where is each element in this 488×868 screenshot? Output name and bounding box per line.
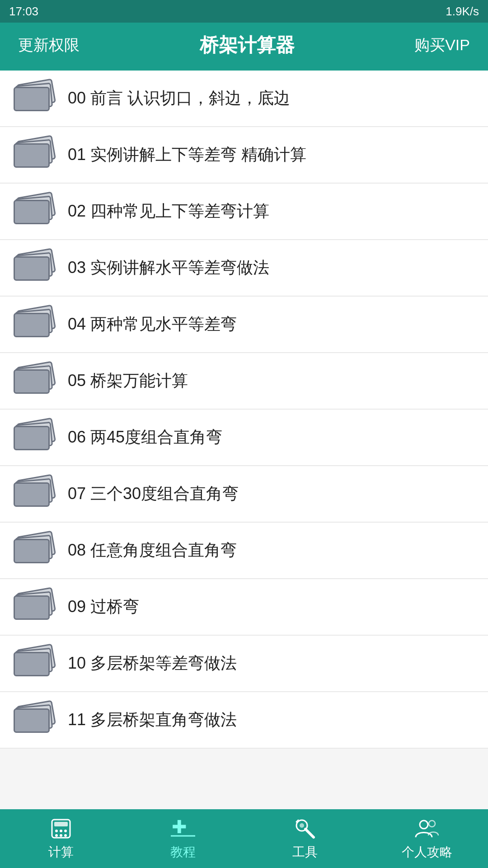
svg-line-12 <box>305 829 314 837</box>
item-text-7: 07 三个30度组合直角弯 <box>68 482 474 505</box>
status-bar: 17:03 1.9K/s <box>0 0 488 23</box>
list-item[interactable]: 09 过桥弯 <box>0 579 488 636</box>
list-item[interactable]: 06 两45度组合直角弯 <box>0 410 488 466</box>
app-title: 桥架计算器 <box>200 33 295 58</box>
list-item[interactable]: 03 实例讲解水平等差弯做法 <box>0 240 488 297</box>
list-item[interactable]: 08 任意角度组合直角弯 <box>0 523 488 579</box>
item-icon-9 <box>14 590 54 624</box>
app-header: 更新权限 桥架计算器 购买VIP <box>0 23 488 68</box>
tutorial-icon: ✚ <box>171 816 195 841</box>
item-icon-4 <box>14 307 54 341</box>
svg-point-15 <box>429 821 435 827</box>
stacked-cards-icon <box>14 364 54 398</box>
nav-profile-label: 个人攻略 <box>402 844 452 861</box>
item-text-11: 11 多层桥架直角弯做法 <box>68 708 474 731</box>
time-display: 17:03 <box>9 5 38 19</box>
nav-tutorial-label: 教程 <box>170 844 196 861</box>
item-icon-6 <box>14 420 54 454</box>
item-text-3: 03 实例讲解水平等差弯做法 <box>68 256 474 279</box>
item-text-1: 01 实例讲解上下等差弯 精确计算 <box>68 143 474 166</box>
item-text-2: 02 四种常见上下等差弯计算 <box>68 200 474 222</box>
svg-point-4 <box>64 830 67 832</box>
bottom-navigation: 计算 ✚ 教程 工具 <box>0 809 488 868</box>
stacked-cards-icon <box>14 194 54 228</box>
item-icon-0 <box>14 81 54 115</box>
buy-vip-button[interactable]: 购买VIP <box>414 35 470 56</box>
update-permissions-button[interactable]: 更新权限 <box>18 35 80 56</box>
item-icon-3 <box>14 251 54 285</box>
item-icon-7 <box>14 477 54 511</box>
list-item[interactable]: 00 前言 认识切口，斜边，底边 <box>0 71 488 127</box>
nav-profile[interactable]: 个人攻略 <box>366 809 488 868</box>
svg-text:✚: ✚ <box>172 819 187 837</box>
tools-icon <box>293 816 317 841</box>
stacked-cards-icon <box>14 477 54 511</box>
svg-point-5 <box>55 834 58 837</box>
item-icon-8 <box>14 533 54 567</box>
item-icon-5 <box>14 364 54 398</box>
nav-tools-label: 工具 <box>292 844 318 861</box>
item-icon-1 <box>14 138 54 172</box>
stacked-cards-icon <box>14 138 54 172</box>
item-text-5: 05 桥架万能计算 <box>68 369 474 392</box>
svg-rect-1 <box>54 822 68 826</box>
list-item[interactable]: 02 四种常见上下等差弯计算 <box>0 184 488 240</box>
svg-point-14 <box>420 821 428 829</box>
svg-point-7 <box>64 834 67 837</box>
item-icon-11 <box>14 703 54 737</box>
item-text-6: 06 两45度组合直角弯 <box>68 426 474 448</box>
item-text-4: 04 两种常见水平等差弯 <box>68 313 474 335</box>
list-item[interactable]: 10 多层桥架等差弯做法 <box>0 636 488 692</box>
stacked-cards-icon <box>14 646 54 680</box>
calc-icon <box>49 816 73 841</box>
list-item[interactable]: 04 两种常见水平等差弯 <box>0 297 488 353</box>
stacked-cards-icon <box>14 703 54 737</box>
network-speed: 1.9K/s <box>446 5 479 19</box>
nav-calc-label: 计算 <box>48 844 74 861</box>
list-item[interactable]: 01 实例讲解上下等差弯 精确计算 <box>0 127 488 184</box>
profile-icon <box>415 816 439 841</box>
svg-point-6 <box>60 834 62 837</box>
stacked-cards-icon <box>14 590 54 624</box>
svg-point-2 <box>55 830 58 832</box>
stacked-cards-icon <box>14 533 54 567</box>
list-item[interactable]: 11 多层桥架直角弯做法 <box>0 692 488 749</box>
list-item[interactable]: 07 三个30度组合直角弯 <box>0 466 488 523</box>
item-text-9: 09 过桥弯 <box>68 595 474 618</box>
tutorial-list: 00 前言 认识切口，斜边，底边 01 实例讲解上下等差弯 精确计算 02 四种… <box>0 71 488 812</box>
item-text-10: 10 多层桥架等差弯做法 <box>68 652 474 675</box>
stacked-cards-icon <box>14 420 54 454</box>
stacked-cards-icon <box>14 251 54 285</box>
list-item[interactable]: 05 桥架万能计算 <box>0 353 488 410</box>
nav-calc[interactable]: 计算 <box>0 809 122 868</box>
item-icon-10 <box>14 646 54 680</box>
nav-tutorial[interactable]: ✚ 教程 <box>122 809 244 868</box>
stacked-cards-icon <box>14 81 54 115</box>
item-icon-2 <box>14 194 54 228</box>
svg-point-11 <box>300 823 304 828</box>
item-text-8: 08 任意角度组合直角弯 <box>68 539 474 561</box>
item-text-0: 00 前言 认识切口，斜边，底边 <box>68 87 474 109</box>
nav-tools[interactable]: 工具 <box>244 809 366 868</box>
svg-point-3 <box>60 830 62 832</box>
stacked-cards-icon <box>14 307 54 341</box>
